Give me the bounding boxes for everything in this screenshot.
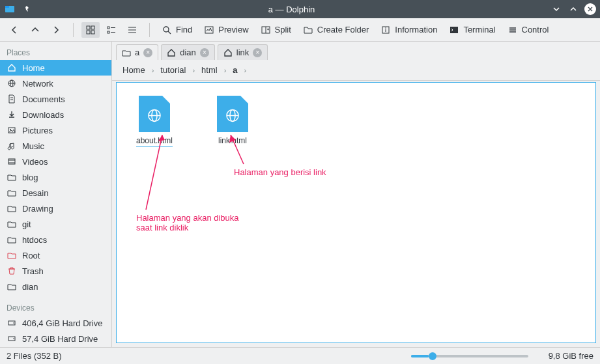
minimize-button[interactable] xyxy=(550,3,562,15)
split-label: Split xyxy=(275,25,291,35)
close-button[interactable] xyxy=(584,3,596,15)
sidebar-item-network[interactable]: Network xyxy=(0,76,111,91)
sidebar-device[interactable]: 57,4 GiB Hard Drive xyxy=(0,331,111,346)
breadcrumb-separator: › xyxy=(224,66,227,74)
sidebar-item-label: Root xyxy=(22,251,40,260)
folder-icon xyxy=(7,188,17,198)
svg-rect-4 xyxy=(87,31,90,34)
home-icon xyxy=(7,63,17,73)
create-folder-button[interactable]: Create Folder xyxy=(299,22,373,38)
sidebar-item-trash[interactable]: Trash xyxy=(0,263,111,279)
sidebar: Places HomeNetworkDocumentsDownloadsPict… xyxy=(0,42,112,347)
find-button[interactable]: Find xyxy=(158,22,196,38)
video-icon xyxy=(7,156,17,167)
sidebar-item-htdocs[interactable]: htdocs xyxy=(0,232,111,247)
music-icon xyxy=(7,141,17,151)
breadcrumb-separator: › xyxy=(192,66,195,74)
breadcrumb-home[interactable]: Home xyxy=(119,64,149,76)
tab-link[interactable]: link× xyxy=(218,44,268,60)
tab-dian[interactable]: dian× xyxy=(161,44,215,60)
svg-point-40 xyxy=(13,338,14,339)
maximize-button[interactable] xyxy=(567,3,579,15)
information-button[interactable]: Information xyxy=(377,22,441,38)
sidebar-item-drawing[interactable]: Drawing xyxy=(0,201,111,216)
compact-view-button[interactable] xyxy=(102,22,121,38)
folder-icon xyxy=(122,48,131,57)
folder-plus-icon xyxy=(303,25,313,35)
terminal-label: Terminal xyxy=(463,25,495,35)
list-icon xyxy=(127,25,137,35)
sidebar-item-dian[interactable]: dian xyxy=(0,279,111,294)
chevron-up-icon xyxy=(30,25,40,35)
file-view[interactable]: about.htmllink.html Halaman yang akan di… xyxy=(116,82,596,343)
sidebar-item-label: Trash xyxy=(22,266,44,276)
folder-icon xyxy=(7,172,17,182)
terminal-button[interactable]: Terminal xyxy=(445,22,499,38)
titlebar: a — Dolphin xyxy=(0,0,600,18)
status-summary: 2 Files (352 B) xyxy=(7,351,62,361)
search-icon xyxy=(162,25,172,35)
sidebar-item-videos[interactable]: Videos xyxy=(0,154,111,169)
sidebar-item-blog[interactable]: blog xyxy=(0,169,111,185)
breadcrumb-a[interactable]: a xyxy=(229,64,241,76)
svg-line-14 xyxy=(168,31,171,34)
sidebar-item-pictures[interactable]: Pictures xyxy=(0,122,111,138)
tab-close-button[interactable]: × xyxy=(253,48,262,57)
folder-icon xyxy=(7,234,17,245)
sidebar-item-music[interactable]: Music xyxy=(0,138,111,154)
sidebar-item-label: Music xyxy=(22,141,44,151)
folder-icon xyxy=(223,48,233,57)
svg-point-22 xyxy=(386,27,387,29)
back-button[interactable] xyxy=(5,22,23,38)
file-about.html[interactable]: about.html xyxy=(128,96,180,147)
forward-button[interactable] xyxy=(47,22,65,38)
preview-label: Preview xyxy=(218,25,248,35)
tab-a[interactable]: a× xyxy=(116,44,158,60)
image-icon xyxy=(7,125,17,135)
preview-button[interactable]: Preview xyxy=(200,22,252,38)
details-view-button[interactable] xyxy=(123,22,141,38)
breadcrumb-tutorial[interactable]: tutorial xyxy=(156,64,190,76)
svg-rect-3 xyxy=(91,26,94,29)
sidebar-item-label: htdocs xyxy=(22,235,47,245)
sidebar-item-desain[interactable]: Desain xyxy=(0,185,111,201)
toolbar: Find Preview Split Create Folder Informa… xyxy=(0,18,600,42)
breadcrumb-html[interactable]: html xyxy=(197,64,221,76)
sidebar-item-root[interactable]: Root xyxy=(0,247,111,263)
sidebar-device[interactable]: 406,4 GiB Hard Drive xyxy=(0,315,111,331)
sidebar-item-label: blog xyxy=(22,173,38,182)
network-icon xyxy=(7,78,17,89)
chevron-right-icon xyxy=(51,25,61,35)
annotation-arrow-left xyxy=(143,135,169,219)
tab-close-button[interactable]: × xyxy=(143,48,152,57)
hamburger-icon xyxy=(507,25,518,35)
up-button[interactable] xyxy=(26,22,44,38)
svg-rect-5 xyxy=(91,31,94,34)
sidebar-item-documents[interactable]: Documents xyxy=(0,91,111,107)
file-link.html[interactable]: link.html xyxy=(207,96,259,145)
sidebar-item-git[interactable]: git xyxy=(0,216,111,232)
icons-view-button[interactable] xyxy=(81,22,100,38)
zoom-slider[interactable] xyxy=(411,355,528,357)
sidebar-item-downloads[interactable]: Downloads xyxy=(0,107,111,122)
create-folder-label: Create Folder xyxy=(317,25,369,35)
preview-icon xyxy=(204,25,214,35)
svg-point-13 xyxy=(164,27,169,32)
tab-label: a xyxy=(135,48,139,57)
sidebar-item-home[interactable]: Home xyxy=(0,60,111,76)
control-button[interactable]: Control xyxy=(504,22,553,38)
sidebar-item-label: Videos xyxy=(22,157,48,167)
info-icon xyxy=(380,25,391,35)
terminal-icon xyxy=(449,25,459,35)
split-button[interactable]: Split xyxy=(257,22,295,38)
document-icon xyxy=(7,94,17,104)
sidebar-item-label: git xyxy=(22,219,31,229)
pin-icon[interactable] xyxy=(21,3,33,15)
folder-icon xyxy=(167,48,176,57)
annotation-right: Halaman yang berisi link xyxy=(234,167,326,177)
svg-rect-1 xyxy=(5,6,9,8)
tab-close-button[interactable]: × xyxy=(200,48,209,57)
sidebar-item-label: Documents xyxy=(22,94,65,104)
breadcrumb-separator: › xyxy=(244,66,247,74)
status-free-space: 9,8 GiB free xyxy=(535,351,593,361)
